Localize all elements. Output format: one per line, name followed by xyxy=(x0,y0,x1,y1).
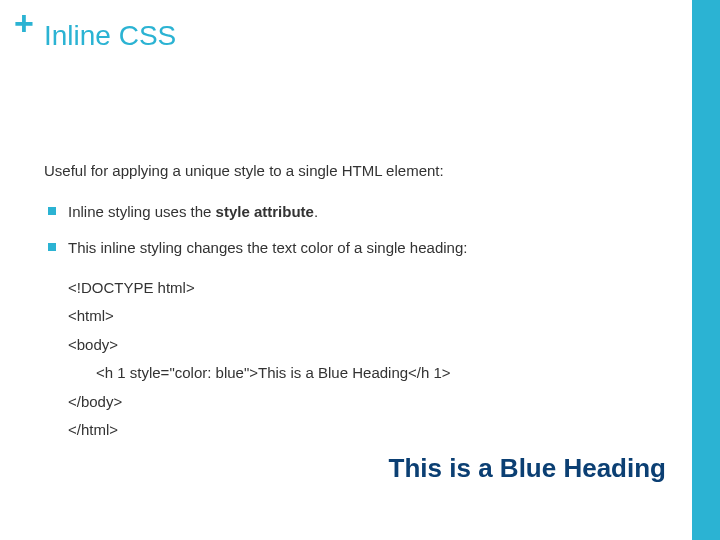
code-line: </body> xyxy=(68,388,670,417)
bullet-text-suffix: . xyxy=(314,203,318,220)
code-line: <!DOCTYPE html> xyxy=(68,274,670,303)
page-title: Inline CSS xyxy=(44,20,176,52)
rendered-result-heading: This is a Blue Heading xyxy=(389,453,666,484)
square-bullet-icon xyxy=(48,207,56,215)
code-line: <body> xyxy=(68,331,670,360)
code-block: <!DOCTYPE html> <html> <body> <h 1 style… xyxy=(44,274,670,445)
slide-content: Useful for applying a unique style to a … xyxy=(44,160,670,445)
bullet-text-prefix: Inline styling uses the xyxy=(68,203,216,220)
right-accent-bar xyxy=(692,0,720,540)
bullet-text: This inline styling changes the text col… xyxy=(68,239,467,256)
code-line: <h 1 style="color: blue">This is a Blue … xyxy=(68,359,670,388)
bullet-text-bold: style attribute xyxy=(216,203,314,220)
bullet-item: This inline styling changes the text col… xyxy=(44,237,670,260)
code-line: <html> xyxy=(68,302,670,331)
code-line: </html> xyxy=(68,416,670,445)
bullet-item: Inline styling uses the style attribute. xyxy=(44,201,670,224)
plus-icon: + xyxy=(14,6,34,40)
square-bullet-icon xyxy=(48,243,56,251)
intro-text: Useful for applying a unique style to a … xyxy=(44,160,670,183)
